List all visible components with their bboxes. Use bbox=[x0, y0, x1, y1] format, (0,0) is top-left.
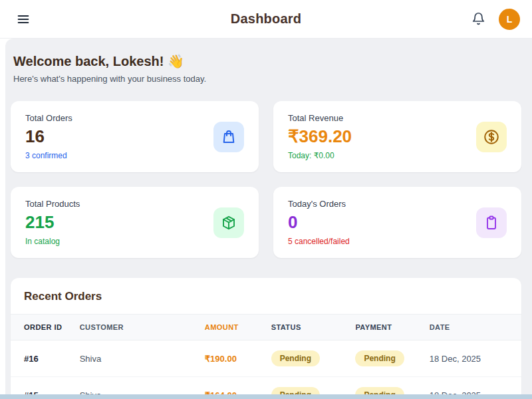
stat-text: Today's Orders 0 5 cancelled/failed bbox=[288, 199, 350, 246]
hamburger-menu-button[interactable] bbox=[12, 8, 35, 31]
hamburger-icon bbox=[16, 12, 31, 27]
stat-card-total-orders: Total Orders 16 3 confirmed bbox=[11, 101, 259, 172]
stat-label: Total Revenue bbox=[288, 113, 352, 123]
column-header-status: STATUS bbox=[271, 315, 356, 340]
stat-card-total-revenue: Total Revenue ₹369.20 Today: ₹0.00 bbox=[273, 101, 521, 172]
stats-grid: Total Orders 16 3 confirmed Total Revenu… bbox=[5, 86, 532, 258]
notifications-button[interactable] bbox=[469, 9, 488, 29]
stat-value: ₹369.20 bbox=[288, 126, 352, 147]
cell-amount: ₹190.00 bbox=[205, 340, 271, 377]
clipboard-icon bbox=[476, 207, 507, 238]
stat-text: Total Products 215 In catalog bbox=[25, 199, 80, 246]
stat-value: 0 bbox=[288, 212, 350, 233]
page-title: Dashboard bbox=[231, 11, 301, 27]
stat-text: Total Orders 16 3 confirmed bbox=[25, 113, 72, 160]
cell-order-id: #15 bbox=[11, 377, 80, 395]
welcome-section: Welcome back, Lokesh! 👋 Here's what's ha… bbox=[5, 39, 532, 86]
stat-card-total-products: Total Products 215 In catalog bbox=[11, 187, 259, 258]
welcome-title: Welcome back, Lokesh! 👋 bbox=[13, 53, 519, 69]
status-badge: Pending bbox=[271, 350, 320, 366]
column-header-payment: PAYMENT bbox=[355, 315, 429, 340]
stat-card-todays-orders: Today's Orders 0 5 cancelled/failed bbox=[273, 187, 521, 258]
stat-subtext: In catalog bbox=[25, 237, 80, 246]
payment-badge: Pending bbox=[355, 387, 404, 394]
payment-badge: Pending bbox=[355, 350, 404, 366]
stat-label: Today's Orders bbox=[288, 199, 350, 209]
stat-value: 215 bbox=[25, 212, 80, 233]
avatar-initial: L bbox=[507, 14, 513, 25]
bell-icon bbox=[471, 12, 485, 26]
cell-order-id: #16 bbox=[11, 340, 80, 377]
table-row: #16 Shiva ₹190.00 Pending Pending 18 Dec… bbox=[11, 340, 521, 377]
cell-date: 18 Dec, 2025 bbox=[430, 340, 521, 377]
user-avatar[interactable]: L bbox=[499, 9, 520, 30]
shopping-bag-icon bbox=[213, 122, 244, 152]
top-bar: Dashboard L bbox=[0, 0, 532, 39]
stat-label: Total Products bbox=[25, 199, 80, 209]
stat-value: 16 bbox=[25, 126, 72, 147]
table-row: #15 Shiva ₹164.00 Pending Pending 18 Dec… bbox=[11, 377, 521, 395]
column-header-order-id: ORDER ID bbox=[11, 315, 80, 340]
main-content: Welcome back, Lokesh! 👋 Here's what's ha… bbox=[5, 39, 532, 394]
topbar-actions: L bbox=[469, 9, 520, 30]
status-badge: Pending bbox=[271, 387, 320, 394]
package-icon bbox=[213, 207, 244, 238]
welcome-subtitle: Here's what's happening with your busine… bbox=[13, 74, 519, 84]
cell-customer: Shiva bbox=[80, 377, 205, 395]
column-header-amount: AMOUNT bbox=[205, 315, 271, 340]
bottom-edge-strip bbox=[0, 394, 532, 399]
orders-table-header: ORDER ID CUSTOMER AMOUNT STATUS PAYMENT … bbox=[11, 315, 521, 340]
cell-date: 18 Dec, 2025 bbox=[430, 377, 521, 395]
cell-amount: ₹164.00 bbox=[205, 377, 271, 395]
stat-subtext: 5 cancelled/failed bbox=[288, 237, 350, 246]
stat-label: Total Orders bbox=[25, 113, 72, 123]
recent-orders-card: Recent Orders ORDER ID CUSTOMER AMOUNT S… bbox=[11, 278, 521, 394]
column-header-date: DATE bbox=[430, 315, 521, 340]
stat-subtext: 3 confirmed bbox=[25, 151, 72, 160]
cell-customer: Shiva bbox=[80, 340, 205, 377]
dollar-coin-icon bbox=[476, 122, 507, 152]
orders-table: ORDER ID CUSTOMER AMOUNT STATUS PAYMENT … bbox=[11, 314, 521, 394]
recent-orders-title: Recent Orders bbox=[11, 278, 521, 314]
stat-text: Total Revenue ₹369.20 Today: ₹0.00 bbox=[288, 113, 352, 160]
column-header-customer: CUSTOMER bbox=[80, 315, 205, 340]
stat-subtext: Today: ₹0.00 bbox=[288, 151, 352, 160]
